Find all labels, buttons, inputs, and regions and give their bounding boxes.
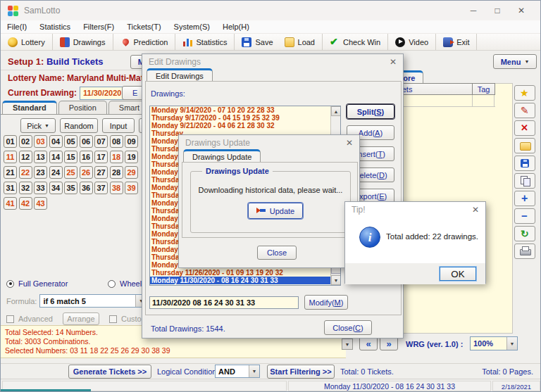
close-icon[interactable]: ✕ [465,205,479,215]
number-cell-07[interactable]: 07 [94,135,108,148]
number-cell-21[interactable]: 21 [4,166,17,179]
number-cell-13[interactable]: 13 [34,151,47,163]
close-icon[interactable]: ✕ [383,57,397,67]
copy-button[interactable] [514,173,535,189]
number-cell-11[interactable]: 11 [4,151,17,163]
number-cell-04[interactable]: 04 [49,135,63,148]
number-cell-24[interactable]: 24 [49,166,63,179]
favorite-button[interactable] [514,85,535,101]
full-generator-radio[interactable]: Full Generator [6,279,68,289]
drawing-row[interactable]: Thursday 9/17/2020 - 04 15 19 25 32 39 [150,114,340,122]
start-filtering-button[interactable]: Start Filtering >> [267,365,335,379]
number-cell-15[interactable]: 15 [64,151,77,163]
update-button[interactable]: Update [248,203,303,219]
scrollbar-down-icon[interactable]: ▼ [342,339,353,350]
toolbar-drawings-button[interactable]: Drawings [54,34,111,50]
tab-edit-drawings[interactable]: Edit Drawings [147,68,213,82]
remove-button[interactable] [514,208,535,224]
number-cell-09[interactable]: 09 [125,135,138,148]
number-cell-32[interactable]: 32 [19,182,32,194]
advanced-checkbox[interactable] [6,315,14,323]
toolbar-statistics-button[interactable]: Statistics [177,34,232,50]
number-cell-12[interactable]: 12 [19,151,32,163]
input-button[interactable]: Input [102,118,135,133]
print-button[interactable] [514,244,535,259]
number-cell-39[interactable]: 39 [125,182,138,194]
number-cell-43[interactable]: 43 [34,197,47,210]
number-cell-06[interactable]: 06 [80,135,93,148]
number-cell-14[interactable]: 14 [49,151,63,163]
toolbar-video-button[interactable]: Video [390,34,434,50]
scrollbar-up-icon[interactable]: ▲ [331,106,341,116]
pick-button[interactable]: Pick ▼ [20,118,56,133]
next-page-button[interactable]: » [380,336,398,350]
tab-standard[interactable]: Standard [2,101,57,115]
close-button[interactable]: Close [257,246,297,260]
tab-drawings-update[interactable]: Drawings Update [183,149,261,163]
column-tag[interactable]: Tag [473,84,495,94]
number-cell-27[interactable]: 27 [94,166,108,179]
number-cell-35[interactable]: 35 [64,182,77,194]
number-cell-37[interactable]: 37 [94,182,108,194]
save-file-button[interactable] [514,156,535,171]
drawing-row[interactable]: Monday 9/21/2020 - 04 06 21 28 30 32 [150,122,340,129]
custom-wheels-checkbox[interactable] [109,315,117,323]
tab-position[interactable]: Position [58,101,107,115]
scrollbar-down-icon[interactable]: ▼ [331,275,341,285]
generate-tickets-button[interactable]: Generate Tickets >> [68,365,151,379]
close-icon[interactable]: ✕ [509,2,533,19]
maximize-icon[interactable]: □ [485,2,509,19]
number-cell-33[interactable]: 33 [34,182,47,194]
number-cell-02[interactable]: 02 [19,135,32,148]
menu-item-statistics[interactable]: Statistics [33,21,77,32]
toolbar-prediction-button[interactable]: Prediction [115,34,174,50]
toolbar-lottery-button[interactable]: Lottery [2,34,51,50]
menu-item-tickets[interactable]: Tickets(T) [120,21,167,32]
split-button[interactable]: Split(S) [347,104,394,119]
toolbar-load-button[interactable]: Load [279,34,321,50]
menu-item-system[interactable]: System(S) [168,21,216,32]
logical-condition-select[interactable]: AND ▼ [215,365,260,378]
drawing-edit-field[interactable]: 11/30/2020 08 16 24 30 31 33 [149,296,299,309]
drawing-row[interactable]: Monday 9/14/2020 - 07 10 20 22 28 33 [150,106,340,114]
toolbar-check-win-button[interactable]: Check Win [324,34,386,50]
drawing-row[interactable]: Monday 11/30/2020 - 08 16 24 30 31 33 [150,277,340,284]
formula-select[interactable]: if 6 match 5 ▼ [39,294,147,308]
number-cell-31[interactable]: 31 [4,182,17,194]
close-button[interactable]: Close(C) [324,320,372,335]
number-cell-16[interactable]: 16 [80,151,93,163]
number-cell-03[interactable]: 03 [34,135,47,148]
close-icon[interactable]: ✕ [339,138,353,148]
number-cell-05[interactable]: 05 [64,135,77,148]
delete-button[interactable] [514,120,535,136]
number-cell-18[interactable]: 18 [110,151,123,163]
number-cell-23[interactable]: 23 [34,166,47,179]
minimize-icon[interactable]: ─ [461,2,485,19]
toolbar-save-button[interactable]: Save [236,34,278,50]
random-button[interactable]: Random [60,118,98,133]
arrange-button[interactable]: Arrange [63,312,99,325]
number-cell-38[interactable]: 38 [110,182,123,194]
refresh-button[interactable] [514,226,535,241]
number-cell-26[interactable]: 26 [80,166,93,179]
toolbar-exit-button[interactable]: Exit [437,34,475,50]
number-cell-22[interactable]: 22 [19,166,32,179]
menu-item-filters[interactable]: Filters(F) [77,21,120,32]
number-cell-19[interactable]: 19 [125,151,138,163]
number-cell-25[interactable]: 25 [64,166,77,179]
number-cell-41[interactable]: 41 [4,197,17,210]
number-cell-36[interactable]: 36 [80,182,93,194]
edit-tag-button[interactable] [514,103,535,118]
number-cell-17[interactable]: 17 [94,151,108,163]
modify-button[interactable]: Modify(M) [304,295,348,310]
zoom-select[interactable]: 100% ▼ [470,336,518,350]
add-button[interactable] [514,191,535,206]
number-cell-28[interactable]: 28 [110,166,123,179]
right-menu-button[interactable]: Menu ▼ [493,54,537,69]
open-folder-button[interactable] [514,138,535,153]
number-cell-42[interactable]: 42 [19,197,32,210]
number-cell-34[interactable]: 34 [49,182,63,194]
ok-button[interactable]: OK [440,267,476,281]
drawing-row[interactable]: Thursday 11/26/2020 - 01 09 13 19 20 32 [150,269,340,277]
previous-page-button[interactable]: « [359,336,378,350]
